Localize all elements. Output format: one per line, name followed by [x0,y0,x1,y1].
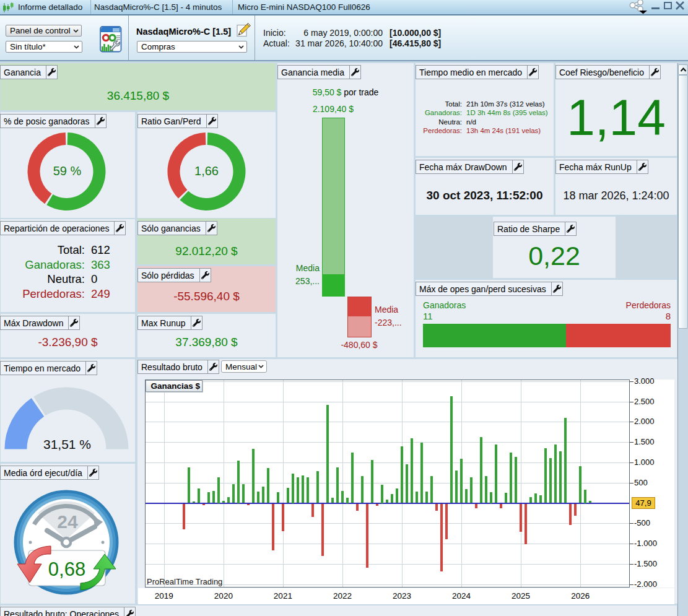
svg-text:0,68: 0,68 [48,558,85,580]
svg-text:24: 24 [57,511,78,532]
